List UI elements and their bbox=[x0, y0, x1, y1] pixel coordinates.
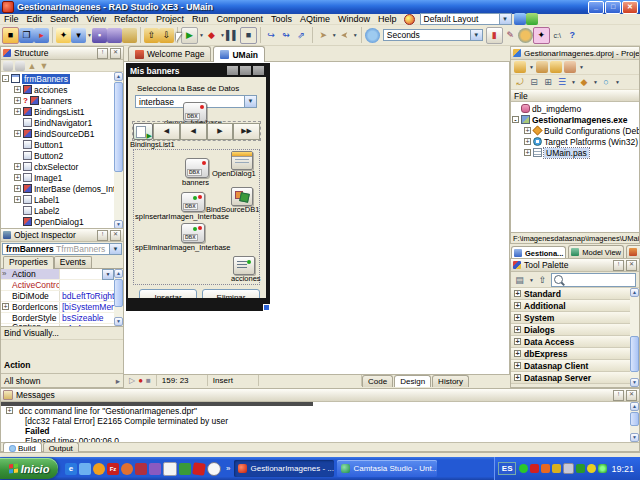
menu-item[interactable]: File bbox=[0, 14, 23, 24]
structure-tree-item[interactable]: + BindSourceDB1 bbox=[2, 128, 114, 139]
quicklaunch-flag-icon[interactable] bbox=[192, 462, 206, 476]
audit-icon[interactable]: ✎ bbox=[503, 28, 518, 43]
new-icon[interactable]: ✦ bbox=[56, 28, 71, 43]
property-row[interactable]: + BorderIcons [biSystemMenu,biMinim ▼ bbox=[1, 302, 114, 313]
scroll-up-icon[interactable]: ▲ bbox=[630, 402, 639, 411]
menu-item[interactable]: Refactor bbox=[110, 14, 152, 24]
start-button[interactable]: Inicio bbox=[0, 458, 58, 479]
chevron-down-icon[interactable]: ▼ bbox=[529, 64, 534, 70]
new-items-icon[interactable]: ■ bbox=[2, 27, 19, 44]
scroll-down-icon[interactable]: ▼ bbox=[114, 317, 123, 326]
quicklaunch-fz-icon[interactable]: Fz bbox=[107, 463, 119, 475]
tab-code[interactable]: Code bbox=[362, 375, 393, 387]
structure-tree-item[interactable]: + BindingsList1 bbox=[2, 106, 114, 117]
open-from-version-icon[interactable]: ⇧ bbox=[144, 28, 159, 43]
quicklaunch-media-icon[interactable] bbox=[149, 463, 161, 475]
scroll-up-icon[interactable]: ▲ bbox=[114, 269, 123, 278]
designed-form[interactable]: Mis banners Selecciona la Base de Datos … bbox=[126, 63, 270, 311]
message-row[interactable]: + dcc command line for "GestionarImagene… bbox=[1, 406, 630, 416]
inspector-scrollbar[interactable]: ▲ ▼ bbox=[114, 269, 123, 326]
project-tree-item[interactable]: - GestionarImagenes.exe bbox=[512, 114, 638, 125]
close-icon[interactable]: ✕ bbox=[110, 230, 121, 241]
palette-category[interactable]: + Datasnap Server bbox=[511, 372, 630, 384]
tray-red-icon[interactable] bbox=[530, 464, 539, 473]
property-value[interactable]: [biSystemMenu,biMinim bbox=[59, 302, 114, 312]
delete-button[interactable]: Eliminar bbox=[202, 289, 260, 298]
chevron-down-icon[interactable]: ▼ bbox=[244, 96, 256, 107]
chevron-down-icon[interactable]: ▼ bbox=[102, 269, 114, 280]
tray-display-icon[interactable] bbox=[563, 463, 574, 474]
tray-orange-icon[interactable] bbox=[541, 464, 550, 473]
menu-item[interactable]: AQtime bbox=[296, 14, 334, 24]
close-button[interactable]: ✕ bbox=[622, 1, 638, 14]
open-file-icon[interactable]: ❐ bbox=[19, 28, 34, 43]
palette-search-input[interactable] bbox=[551, 273, 636, 287]
bind-navigator[interactable]: ◀ ◀ ▶ ▶▶ bbox=[133, 122, 260, 140]
save-all-icon[interactable] bbox=[122, 28, 137, 43]
chevron-down-icon[interactable]: ▼ bbox=[579, 64, 584, 70]
move-down-icon[interactable]: ▼ bbox=[39, 61, 49, 71]
tree-expander-icon[interactable]: + bbox=[514, 374, 521, 381]
pin-icon[interactable]: ! bbox=[97, 48, 108, 59]
view-list-icon[interactable]: ☰ bbox=[556, 76, 568, 88]
save-desktop-icon[interactable] bbox=[514, 13, 526, 25]
platform-filter-icon[interactable]: ○ bbox=[600, 76, 612, 88]
scrollbar-thumb[interactable] bbox=[114, 279, 123, 307]
debug-layout-icon[interactable]: ▷ bbox=[129, 376, 135, 385]
scroll-down-icon[interactable]: ▼ bbox=[630, 378, 639, 387]
structure-tree-item[interactable]: OpenDialog1 bbox=[2, 216, 114, 227]
bindingslist-component-icon[interactable] bbox=[133, 123, 153, 140]
nav-first-button[interactable]: ◀ bbox=[153, 123, 180, 140]
tab-properties[interactable]: Properties bbox=[3, 256, 54, 269]
tab-history[interactable]: History bbox=[432, 375, 469, 387]
property-value[interactable]: bsSizeable bbox=[59, 313, 114, 323]
structure-tree-item[interactable]: Button1 bbox=[2, 139, 114, 150]
tray-update-icon[interactable] bbox=[587, 464, 596, 473]
menu-item[interactable]: Search bbox=[46, 14, 83, 24]
scroll-down-icon[interactable]: ▼ bbox=[630, 433, 639, 442]
chevron-down-icon[interactable]: ▼ bbox=[615, 79, 620, 85]
chevron-down-icon[interactable]: ▼ bbox=[353, 32, 358, 38]
project-tree-item[interactable]: + Build Configurations (Debug) bbox=[512, 125, 638, 136]
tray-volume-icon[interactable] bbox=[552, 464, 561, 473]
structure-tree-item[interactable]: Label2 bbox=[2, 205, 114, 216]
property-row[interactable]: BiDiMode bdLeftToRight ▼ bbox=[1, 291, 114, 302]
pin-icon[interactable]: ! bbox=[613, 390, 624, 401]
tree-expander-icon[interactable]: + bbox=[514, 362, 521, 369]
structure-tree-item[interactable]: BindNavigator1 bbox=[2, 117, 114, 128]
chevron-down-icon[interactable]: ▼ bbox=[571, 79, 576, 85]
tree-expander-icon[interactable]: + bbox=[514, 350, 521, 357]
tray-network-icon[interactable] bbox=[598, 464, 607, 473]
structure-tree-item[interactable]: + cbxSelector bbox=[2, 161, 114, 172]
remove-file-icon[interactable] bbox=[536, 61, 548, 73]
message-row[interactable]: Failed bbox=[1, 426, 630, 436]
quicklaunch-document-icon[interactable] bbox=[163, 462, 177, 476]
tree-expander-icon[interactable]: - bbox=[512, 116, 519, 123]
property-value[interactable] bbox=[59, 280, 114, 290]
chevron-right-icon[interactable]: ▸ bbox=[116, 376, 120, 386]
form-body[interactable]: Selecciona la Base de Datos interbase ▼ … bbox=[128, 77, 266, 298]
layout-combo[interactable]: Default Layout ▼ bbox=[420, 13, 512, 25]
message-expander-icon[interactable]: + bbox=[6, 407, 13, 414]
stop-small-icon[interactable]: ■ bbox=[146, 376, 151, 385]
property-row[interactable]: Action ▼ bbox=[1, 269, 114, 280]
pause-icon[interactable]: ▌▌ bbox=[225, 28, 240, 43]
save-icon[interactable]: ▪ bbox=[92, 28, 107, 43]
tree-expander-icon[interactable]: + bbox=[514, 302, 521, 309]
tree-expander-icon[interactable]: + bbox=[514, 326, 521, 333]
chevron-down-icon[interactable]: ▼ bbox=[499, 14, 511, 24]
close-icon[interactable]: ✕ bbox=[110, 48, 121, 59]
selector-cursor-icon[interactable]: ⇧ bbox=[537, 274, 548, 285]
chevron-down-icon[interactable]: ▼ bbox=[470, 30, 482, 40]
form-resize-grip[interactable] bbox=[263, 304, 270, 311]
file-column-header[interactable]: File bbox=[511, 90, 639, 102]
run-icon[interactable]: ▶ bbox=[181, 27, 198, 44]
step-over-icon[interactable]: ↬ bbox=[279, 28, 294, 43]
menu-item[interactable]: Edit bbox=[23, 14, 47, 24]
palette-category[interactable]: + dbExpress bbox=[511, 348, 630, 360]
quicklaunch-ie-icon[interactable]: e bbox=[65, 463, 77, 475]
tab-model-view[interactable]: Model View bbox=[568, 245, 624, 258]
activate-icon[interactable] bbox=[564, 61, 576, 73]
open-project-icon[interactable]: ▸ bbox=[34, 28, 49, 43]
message-row[interactable]: [dcc32 Fatal Error] E2165 Compile termin… bbox=[1, 416, 630, 426]
